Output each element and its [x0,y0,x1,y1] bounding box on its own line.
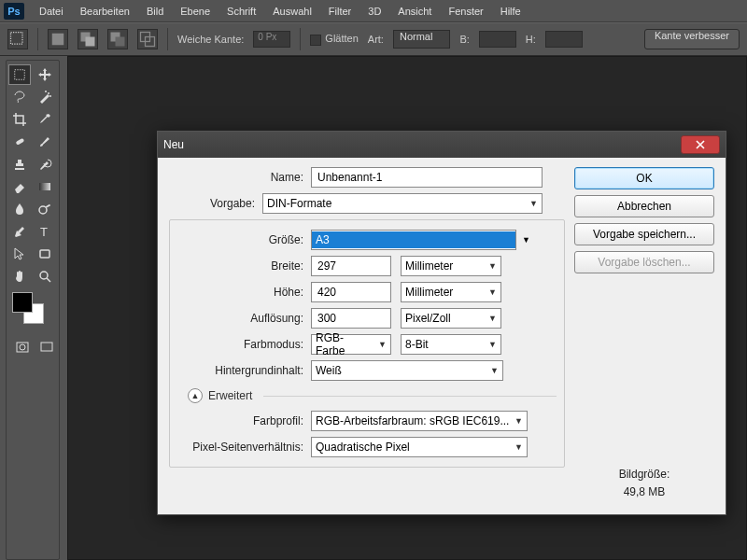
delete-preset-button[interactable]: Vorgabe löschen... [574,251,714,273]
dialog-titlebar[interactable]: Neu [158,132,726,158]
svg-rect-17 [40,250,49,258]
antialias-label: Glätten [325,33,358,44]
colormode-label: Farbmodus: [169,338,311,351]
refine-edge-button[interactable]: Kante verbesser [644,29,740,49]
width-label: B: [459,34,469,45]
menu-hilfe[interactable]: Hilfe [493,3,529,20]
move-tool-icon[interactable] [34,64,56,85]
width-unit-select[interactable]: Millimeter▼ [401,256,501,276]
marquee-new-icon[interactable] [48,29,68,49]
height-label: H: [526,34,536,45]
svg-rect-0 [11,33,23,45]
size-label: Größe: [169,233,311,246]
style-label: Art: [368,34,384,45]
path-select-tool-icon[interactable] [8,244,31,264]
svg-rect-22 [41,343,52,351]
colormode-select[interactable]: RGB-Farbe▼ [311,334,391,355]
type-tool-icon[interactable]: T [34,221,56,242]
new-document-dialog: Neu Name: Vorgabe: DIN-Formate▼ Größe: A… [157,131,726,515]
width-label: Breite: [169,259,311,273]
stamp-tool-icon[interactable] [8,154,31,175]
save-preset-button[interactable]: Vorgabe speichern... [574,223,714,245]
hand-tool-icon[interactable] [8,266,31,287]
tool-preset-icon[interactable] [7,29,28,49]
width-unit-value: Millimeter [405,259,453,273]
svg-point-21 [20,344,25,350]
height-unit-select[interactable]: Millimeter▼ [401,282,501,302]
separator [37,28,38,50]
advanced-label: Erweitert [208,389,252,402]
marquee-intersect-icon[interactable] [137,29,158,49]
advanced-toggle[interactable]: ▲ [188,388,203,403]
menu-fenster[interactable]: Fenster [441,3,490,20]
app-logo: Ps [4,3,24,20]
preset-select[interactable]: DIN-Formate▼ [262,193,543,214]
history-brush-tool-icon[interactable] [34,154,56,175]
svg-rect-13 [39,183,50,190]
menu-ebene[interactable]: Ebene [173,3,218,20]
svg-rect-8 [15,70,25,80]
dialog-title: Neu [163,138,184,151]
filesize-value: 49,8 MB [574,483,714,501]
menu-auswahl[interactable]: Auswahl [265,3,319,20]
gradient-tool-icon[interactable] [34,176,56,197]
marquee-sub-icon[interactable] [107,29,128,49]
height-input[interactable] [311,282,391,302]
quickmask-icon[interactable] [12,337,33,357]
resolution-input[interactable] [311,308,391,329]
wand-tool-icon[interactable] [34,87,56,107]
bitdepth-select[interactable]: 8-Bit▼ [401,334,501,355]
width-input[interactable] [311,256,391,276]
crop-tool-icon[interactable] [8,109,31,130]
pixelaspect-select[interactable]: Quadratische Pixel▼ [311,437,528,457]
svg-point-11 [45,91,47,92]
menu-datei[interactable]: Datei [32,3,71,20]
resolution-label: Auflösung: [169,312,311,325]
marquee-add-icon[interactable] [78,29,98,49]
width-input[interactable] [479,31,516,48]
brush-tool-icon[interactable] [34,132,56,152]
preset-label: Vorgabe: [169,197,262,210]
cancel-button[interactable]: Abbrechen [574,195,714,217]
svg-rect-12 [16,138,25,146]
screenmode-icon[interactable] [36,337,57,357]
feather-label: Weiche Kante: [177,34,244,45]
menu-3d[interactable]: 3D [360,3,388,20]
height-input[interactable] [545,31,583,48]
shape-tool-icon[interactable] [34,244,56,264]
heal-tool-icon[interactable] [8,132,31,152]
background-select[interactable]: Weiß▼ [311,360,503,381]
separator [300,28,301,50]
foreground-color-swatch[interactable] [12,292,33,313]
menu-ansicht[interactable]: Ansicht [390,3,439,20]
dodge-tool-icon[interactable] [34,199,56,219]
feather-input[interactable]: 0 Px [253,31,290,48]
lasso-tool-icon[interactable] [8,87,31,107]
eyedropper-tool-icon[interactable] [34,109,56,130]
svg-rect-1 [52,34,64,46]
style-select[interactable]: Normal [393,30,450,49]
antialias-checkbox[interactable]: Glätten [310,33,358,45]
svg-point-18 [40,272,48,279]
options-bar: Weiche Kante: 0 Px Glätten Art: Normal B… [0,22,747,56]
menu-filter[interactable]: Filter [321,3,359,20]
height-label: Höhe: [169,286,311,299]
zoom-tool-icon[interactable] [34,266,56,287]
colorprofile-select[interactable]: RGB-Arbeitsfarbraum: sRGB IEC619...▼ [311,411,528,431]
close-button[interactable] [681,135,720,154]
size-select[interactable]: A3 [311,230,516,250]
colormode-value: RGB-Farbe [316,331,373,357]
eraser-tool-icon[interactable] [8,176,31,197]
name-input[interactable] [311,167,543,188]
menu-schrift[interactable]: Schrift [219,3,263,20]
tools-panel: T [6,60,60,560]
pen-tool-icon[interactable] [8,221,31,242]
marquee-tool-icon[interactable] [8,64,31,85]
blur-tool-icon[interactable] [8,199,31,219]
menu-bearbeiten[interactable]: Bearbeiten [73,3,137,20]
ok-button[interactable]: OK [574,167,714,189]
resolution-unit-select[interactable]: Pixel/Zoll▼ [401,308,501,329]
menu-bild[interactable]: Bild [139,3,171,20]
color-swatches[interactable] [8,292,57,329]
menubar: Ps Datei Bearbeiten Bild Ebene Schrift A… [0,0,747,22]
